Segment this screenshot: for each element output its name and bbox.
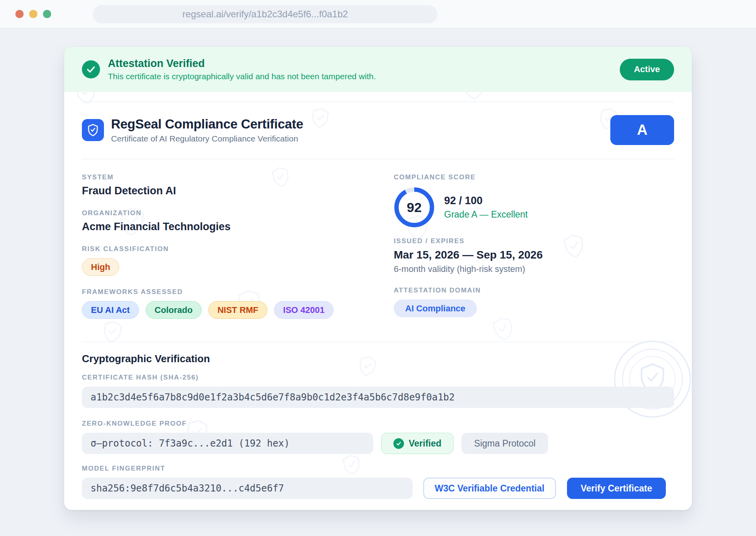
grade-badge: A	[610, 115, 674, 145]
hash-label: CERTIFICATE HASH (SHA-256)	[82, 374, 674, 382]
system-field: SYSTEM Fraud Detection AI	[82, 173, 394, 197]
attestation-banner: Attestation Verified This certificate is…	[64, 47, 692, 92]
validity-label: ISSUED / EXPIRES	[394, 237, 674, 245]
score-field: COMPLIANCE SCORE 92	[394, 173, 674, 228]
framework-badge-colorado: Colorado	[146, 301, 202, 319]
verify-certificate-button[interactable]: Verify Certificate	[567, 478, 666, 499]
framework-badge-eu-ai-act: EU AI Act	[82, 301, 139, 319]
url-text: regseal.ai/verify/a1b2c3d4e5f6...f0a1b2	[182, 9, 348, 20]
domain-label: ATTESTATION DOMAIN	[394, 287, 674, 294]
framework-badge-iso-42001: ISO 42001	[274, 301, 334, 319]
domain-field: ATTESTATION DOMAIN AI Compliance	[394, 287, 674, 317]
model-fingerprint-box: sha256:9e8f7d6c5b4a3210...c4d5e6f7	[82, 478, 413, 499]
zkp-label: ZERO-KNOWLEDGE PROOF	[82, 420, 674, 428]
regseal-shield-icon	[82, 119, 104, 141]
window-controls	[15, 10, 51, 18]
score-label: COMPLIANCE SCORE	[394, 173, 674, 181]
system-value: Fraud Detection AI	[82, 185, 394, 197]
check-circle-icon	[393, 438, 404, 449]
browser-chrome: regseal.ai/verify/a1b2c3d4e5f6...f0a1b2	[0, 0, 756, 28]
organization-value: Acme Financial Technologies	[82, 221, 394, 233]
banner-title: Attestation Verified	[108, 58, 620, 70]
validity-range: Mar 15, 2026 — Sep 15, 2026	[394, 249, 674, 261]
address-bar[interactable]: regseal.ai/verify/a1b2c3d4e5f6...f0a1b2	[93, 5, 437, 23]
fingerprint-label: MODEL FINGERPRINT	[82, 465, 674, 473]
divider	[82, 342, 674, 342]
active-status-badge[interactable]: Active	[620, 59, 674, 80]
zkp-value-box: σ—protocol: 7f3a9c...e2d1 (192 hex)	[82, 433, 373, 454]
crypto-section-title: Cryptographic Verification	[82, 353, 674, 365]
zkp-verified-badge: Verified	[381, 433, 454, 454]
w3c-credential-button[interactable]: W3C Verifiable Credential	[423, 478, 556, 499]
frameworks-label: FRAMEWORKS ASSESSED	[82, 288, 394, 296]
score-fraction: 92 / 100	[444, 195, 528, 207]
zoom-window-button[interactable]	[43, 10, 51, 18]
domain-badge: AI Compliance	[394, 300, 477, 317]
risk-field: RISK CLASSIFICATION High	[82, 245, 394, 276]
sigma-protocol-badge: Sigma Protocol	[461, 433, 548, 454]
risk-high-badge: High	[82, 258, 119, 276]
certificate-hash-box: a1b2c3d4e5f6a7b8c9d0e1f2a3b4c5d6e7f8a9b0…	[82, 387, 674, 408]
certificate-header: RegSeal Compliance Certificate Certifica…	[82, 102, 674, 159]
frameworks-field: FRAMEWORKS ASSESSED EU AI Act Colorado N…	[82, 288, 394, 319]
page-title: RegSeal Compliance Certificate	[111, 117, 610, 132]
banner-subtitle: This certificate is cryptographically va…	[108, 72, 620, 81]
score-grade-text: Grade A — Excellent	[444, 209, 528, 220]
details-grid: SYSTEM Fraud Detection AI ORGANIZATION A…	[82, 159, 674, 331]
organization-field: ORGANIZATION Acme Financial Technologies	[82, 209, 394, 233]
score-ring: 92	[394, 187, 435, 228]
close-window-button[interactable]	[15, 10, 24, 18]
certificate-card: Attestation Verified This certificate is…	[64, 47, 692, 510]
validity-field: ISSUED / EXPIRES Mar 15, 2026 — Sep 15, …	[394, 237, 674, 274]
check-circle-icon	[82, 60, 100, 78]
page-subtitle: Certificate of AI Regulatory Compliance …	[111, 134, 610, 143]
framework-badge-nist-rmf: NIST RMF	[208, 301, 267, 319]
system-label: SYSTEM	[82, 173, 394, 181]
minimize-window-button[interactable]	[29, 10, 37, 18]
organization-label: ORGANIZATION	[82, 209, 394, 217]
risk-label: RISK CLASSIFICATION	[82, 245, 394, 253]
verified-label: Verified	[409, 438, 441, 449]
validity-note: 6-month validity (high-risk system)	[394, 264, 674, 274]
score-number: 92	[394, 187, 435, 228]
